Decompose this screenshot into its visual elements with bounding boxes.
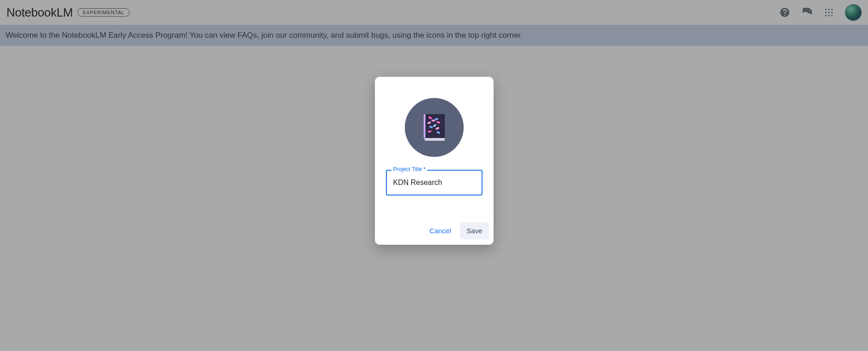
save-button[interactable]: Save — [460, 222, 489, 239]
notebook-icon — [424, 114, 445, 141]
notebook-illustration — [405, 98, 464, 157]
project-title-label: Project Title * — [391, 166, 428, 173]
project-title-input[interactable] — [386, 170, 483, 196]
modal-scrim[interactable]: Project Title * Cancel Save — [0, 0, 868, 351]
cancel-button[interactable]: Cancel — [423, 222, 458, 239]
create-project-dialog: Project Title * Cancel Save — [375, 77, 494, 245]
project-title-field-wrap: Project Title * — [386, 170, 483, 196]
dialog-actions: Cancel Save — [423, 222, 489, 239]
app-root: NotebookLM EXPERIMENTAL Welcome to the N… — [0, 0, 868, 351]
